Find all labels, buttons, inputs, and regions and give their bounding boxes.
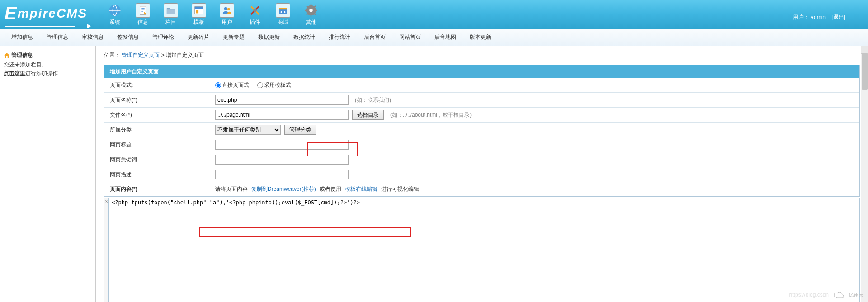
radio-template[interactable]: 采用模板式: [257, 81, 291, 89]
radio-direct-label: 直接页面式: [222, 81, 249, 89]
nav-label: 信息: [137, 19, 148, 26]
nav-label: 用户: [222, 19, 232, 26]
subnav-item-6[interactable]: 更新专题: [223, 33, 245, 41]
shop-icon: [276, 3, 290, 18]
content-text-mid: 或者使用: [320, 185, 341, 193]
subnav-item-13[interactable]: 版本更新: [470, 33, 491, 41]
nav-item-gear[interactable]: 其他: [297, 1, 325, 28]
subnav-item-10[interactable]: 后台首页: [364, 33, 386, 41]
nav-label: 系统: [109, 19, 120, 26]
globe-icon: [108, 3, 122, 18]
content-text-post: 进行可视化编辑: [381, 185, 419, 193]
home-icon: [4, 52, 10, 59]
logout-link[interactable]: [退出]: [831, 14, 845, 20]
radio-direct-input[interactable]: [215, 82, 221, 88]
nav-item-folder[interactable]: 栏目: [157, 1, 185, 28]
watermark-blog: https://blog.csdn: [789, 292, 829, 298]
svg-point-11: [281, 11, 283, 13]
link-dreamweaver[interactable]: 复制到Dreamweaver(推荐): [251, 185, 316, 193]
logo-text: mpireCMS: [18, 6, 87, 20]
doc-icon: [136, 3, 150, 18]
input-page-keyword[interactable]: [215, 155, 349, 165]
svg-rect-5: [196, 10, 199, 13]
sidebar-line2-tail: 进行添加操作: [25, 70, 58, 76]
subnav-item-2[interactable]: 审核信息: [82, 33, 104, 41]
logo-big-e: E: [5, 3, 18, 23]
subnav-item-0[interactable]: 增加信息: [11, 33, 33, 41]
nav-label: 插件: [250, 19, 260, 26]
breadcrumb-sep: >: [161, 52, 166, 58]
scrollbar-vertical[interactable]: [861, 46, 868, 302]
gear-icon: [304, 3, 318, 18]
svg-rect-4: [195, 6, 203, 9]
subnav-item-12[interactable]: 后台地图: [434, 33, 456, 41]
link-online-edit[interactable]: 模板在线编辑: [345, 185, 377, 193]
label-keyword: 网页关键词: [104, 153, 215, 167]
content-instruction: 请将页面内容复制到Dreamweaver(推荐)或者使用模板在线编辑进行可视化编…: [215, 183, 859, 195]
content: 位置： 管理自定义页面 > 增加自定义页面 增加用户自定义页面 页面模式: 直接…: [96, 46, 868, 302]
btn-manage-category[interactable]: 管理分类: [284, 125, 316, 135]
label-file: 文件名(*): [104, 108, 215, 122]
subnav-item-8[interactable]: 数据统计: [293, 33, 315, 41]
sidebar-line1: 您还未添加栏目,: [4, 61, 92, 69]
top-nav: 系统信息栏目模板用户插件商城其他: [101, 1, 325, 28]
row-title: 网页标题: [104, 137, 859, 152]
sidebar-add-link[interactable]: 点击这里: [4, 70, 25, 76]
breadcrumb-current: 增加自定义页面: [166, 52, 204, 58]
nav-label: 模板: [193, 19, 204, 26]
row-keyword: 网页关键词: [104, 152, 859, 167]
label-desc: 网页描述: [104, 168, 215, 182]
nav-item-window[interactable]: 模板: [185, 1, 213, 28]
svg-rect-10: [279, 8, 287, 9]
input-page-title[interactable]: [215, 140, 349, 150]
watermark-brand: 亿速云: [849, 292, 863, 298]
radio-template-label: 采用模板式: [264, 81, 291, 89]
nav-item-doc[interactable]: 信息: [129, 1, 157, 28]
subnav-item-9[interactable]: 排行统计: [329, 33, 350, 41]
panel-header: 增加用户自定义页面: [104, 65, 859, 78]
radio-direct[interactable]: 直接页面式: [215, 81, 249, 89]
breadcrumb-prefix: 位置：: [104, 52, 120, 58]
input-page-desc[interactable]: [215, 170, 349, 179]
nav-item-users[interactable]: 用户: [213, 1, 241, 28]
subnav-item-5[interactable]: 更新碎片: [188, 33, 209, 41]
select-category[interactable]: 不隶属于任何类别: [215, 125, 281, 135]
textarea-page-content[interactable]: [108, 198, 860, 302]
subnav-item-11[interactable]: 网站首页: [399, 33, 421, 41]
code-area-wrap: 3: [104, 198, 860, 302]
main-wrap: 管理信息 您还未添加栏目, 点击这里进行添加操作 位置： 管理自定义页面 > 增…: [0, 46, 868, 302]
radio-template-input[interactable]: [257, 82, 263, 88]
sub-nav: 增加信息管理信息审核信息签发信息管理评论更新碎片更新专题数据更新数据统计排行统计…: [0, 29, 868, 46]
svg-point-8: [253, 9, 257, 12]
top-header: EmpireCMS 系统信息栏目模板用户插件商城其他 用户： admin [退出…: [0, 0, 868, 29]
user-prefix: 用户：: [793, 14, 809, 20]
hint-file: (如：../../about.html，放于根目录): [390, 111, 472, 119]
svg-rect-15: [6, 56, 8, 57]
svg-point-6: [224, 7, 227, 10]
row-category: 所属分类 不隶属于任何类别 管理分类: [104, 123, 859, 137]
users-icon: [220, 3, 234, 18]
mode-radio-group: 直接页面式 采用模板式: [215, 81, 291, 89]
watermark: https://blog.csdn 亿速云: [789, 290, 863, 299]
breadcrumb-link[interactable]: 管理自定义页面: [122, 52, 160, 58]
subnav-item-4[interactable]: 管理评论: [152, 33, 174, 41]
logo: EmpireCMS: [5, 3, 87, 26]
subnav-item-3[interactable]: 签发信息: [117, 33, 139, 41]
sidebar-line2: 点击这里进行添加操作: [4, 69, 92, 78]
cloud-icon: [833, 290, 844, 299]
svg-rect-2: [167, 9, 175, 14]
input-page-name[interactable]: [215, 95, 349, 105]
folder-icon: [164, 3, 178, 18]
svg-point-7: [227, 8, 230, 10]
breadcrumb: 位置： 管理自定义页面 > 增加自定义页面: [96, 46, 868, 65]
user-name: admin: [811, 14, 826, 20]
input-file-name[interactable]: [215, 110, 349, 120]
nav-item-shop[interactable]: 商城: [269, 1, 297, 28]
svg-point-14: [309, 9, 313, 12]
nav-label: 商城: [278, 19, 288, 26]
nav-item-plugin[interactable]: 插件: [241, 1, 269, 28]
subnav-item-1[interactable]: 管理信息: [47, 33, 68, 41]
subnav-item-7[interactable]: 数据更新: [258, 33, 280, 41]
nav-item-globe[interactable]: 系统: [101, 1, 129, 28]
btn-choose-dir[interactable]: 选择目录: [352, 110, 384, 120]
